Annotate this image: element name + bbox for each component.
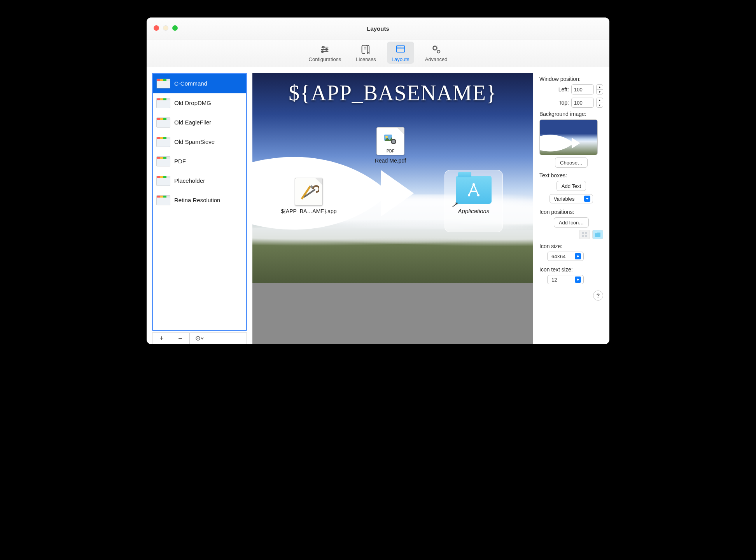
- svg-point-17: [477, 194, 480, 196]
- icon-applications-folder[interactable]: ↗ Applications: [444, 170, 503, 232]
- icon-readme-pdf[interactable]: PDF Read Me.pdf: [365, 127, 416, 164]
- toolbar: Configurations Licenses Layouts Advanced: [147, 40, 609, 67]
- title-text-box[interactable]: ${APP_BASENAME}: [252, 80, 533, 105]
- add-text-button[interactable]: Add Text: [556, 181, 586, 191]
- chevron-up-icon[interactable]: ▴: [596, 98, 603, 103]
- button-label: Add Icon…: [559, 220, 584, 226]
- list-item[interactable]: C-Command: [153, 74, 246, 93]
- icon-label: ${APP_BA…AME}.app: [276, 208, 342, 214]
- list-item[interactable]: Old SpamSieve: [153, 132, 246, 152]
- inspector-panel: Window position: Left: 100 ▴▾ Top: 100 ▴…: [539, 73, 604, 344]
- zoom-button[interactable]: [172, 25, 178, 31]
- list-item-label: C-Command: [174, 80, 207, 87]
- minus-icon: −: [178, 334, 182, 343]
- sliders-icon: [319, 44, 330, 55]
- list-item-label: PDF: [174, 158, 186, 164]
- top-value: 100: [574, 100, 583, 106]
- list-item-label: Old DropDMG: [174, 100, 211, 106]
- tab-label: Licenses: [356, 56, 376, 62]
- sidebar-footer: + −: [152, 332, 247, 344]
- updown-chevron-icon: [575, 276, 581, 283]
- pdf-document-icon: PDF: [376, 127, 404, 155]
- svg-rect-21: [585, 235, 587, 237]
- icon-text-size-label: Icon text size:: [539, 266, 603, 273]
- icon-app[interactable]: ${APP_BA…AME}.app: [276, 178, 342, 214]
- left-input[interactable]: 100: [571, 84, 594, 94]
- list-item-label: Retina Resolution: [174, 197, 220, 203]
- svg-point-5: [399, 47, 399, 47]
- scroll-icon: [360, 44, 371, 55]
- svg-point-10: [197, 338, 198, 339]
- top-label: Top:: [553, 100, 569, 106]
- icon-size-select[interactable]: 64×64: [547, 252, 584, 261]
- add-layout-button[interactable]: +: [152, 333, 171, 344]
- tab-label: Layouts: [392, 56, 410, 62]
- icon-size-label: Icon size:: [539, 243, 603, 249]
- window-position-label: Window position:: [539, 76, 603, 82]
- chevron-down-icon[interactable]: ▾: [596, 103, 603, 108]
- top-input[interactable]: 100: [571, 98, 594, 108]
- layouts-list[interactable]: C-Command Old DropDMG Old EagleFiler Old…: [152, 73, 247, 331]
- plus-icon: +: [159, 334, 164, 343]
- thumbnail-icon: [156, 117, 170, 128]
- tab-layouts[interactable]: Layouts: [387, 42, 414, 64]
- background-thumbnail[interactable]: [539, 119, 598, 155]
- applications-glyph-icon: [466, 182, 481, 198]
- svg-rect-20: [582, 235, 584, 237]
- close-button[interactable]: [154, 25, 159, 31]
- folder-icon: [456, 176, 492, 204]
- action-dropdown-icon: [195, 335, 204, 341]
- list-item[interactable]: Old EagleFiler: [153, 113, 246, 132]
- grid-tile-icon[interactable]: [579, 230, 590, 239]
- titlebar: Layouts: [147, 18, 609, 40]
- list-item-label: Old SpamSieve: [174, 138, 215, 145]
- alias-arrow-icon: ↗: [451, 200, 458, 209]
- thumbnail-icon: [156, 195, 170, 205]
- thumbnail-icon: [156, 79, 170, 89]
- canvas-wrap: ${APP_BASENAME} PDF Read Me.pdf: [252, 73, 533, 344]
- thumbnail-icon: [156, 137, 170, 147]
- select-value: 64×64: [551, 254, 566, 259]
- folder-tile-icon[interactable]: [592, 230, 603, 239]
- chevron-down-icon: [584, 196, 590, 202]
- layout-canvas[interactable]: ${APP_BASENAME} PDF Read Me.pdf: [252, 73, 533, 283]
- tab-configurations[interactable]: Configurations: [305, 42, 345, 64]
- arrow-mini-icon: [540, 131, 583, 154]
- tab-advanced[interactable]: Advanced: [421, 42, 452, 64]
- chevron-down-icon[interactable]: ▾: [596, 89, 603, 95]
- chevron-up-icon[interactable]: ▴: [596, 84, 603, 89]
- svg-rect-19: [585, 232, 587, 234]
- remove-layout-button[interactable]: −: [171, 333, 190, 344]
- app-document-icon: [295, 178, 323, 206]
- tab-licenses[interactable]: Licenses: [352, 42, 380, 64]
- icon-positions-label: Icon positions:: [539, 209, 603, 215]
- pdf-preview-art: [383, 133, 397, 145]
- content: C-Command Old DropDMG Old EagleFiler Old…: [147, 67, 609, 344]
- icon-label: Read Me.pdf: [365, 158, 416, 164]
- pdf-badge: PDF: [377, 149, 404, 153]
- minimize-button[interactable]: [163, 25, 168, 31]
- window-icon: [395, 44, 406, 55]
- help-button[interactable]: ?: [593, 290, 603, 301]
- left-value: 100: [574, 87, 583, 93]
- add-icon-button[interactable]: Add Icon…: [554, 217, 589, 228]
- list-item-label: Old EagleFiler: [174, 119, 211, 126]
- icon-text-size-select[interactable]: 12: [547, 275, 584, 284]
- list-item[interactable]: Placeholder: [153, 171, 246, 191]
- icon-position-tiles: [539, 230, 603, 239]
- list-item[interactable]: Retina Resolution: [153, 191, 246, 210]
- left-stepper[interactable]: ▴▾: [596, 84, 603, 94]
- variables-popup[interactable]: Variables: [550, 194, 593, 203]
- gears-icon: [431, 44, 442, 55]
- list-item[interactable]: Old DropDMG: [153, 93, 246, 113]
- top-stepper[interactable]: ▴▾: [596, 98, 603, 108]
- thumbnail-icon: [156, 156, 170, 166]
- background-image-label: Background image:: [539, 111, 603, 117]
- actions-menu-button[interactable]: [190, 333, 209, 344]
- tools-icon: [298, 181, 319, 202]
- button-label: Choose…: [560, 160, 583, 166]
- list-item[interactable]: PDF: [153, 152, 246, 171]
- svg-point-16: [468, 194, 470, 196]
- svg-point-8: [437, 50, 440, 53]
- choose-background-button[interactable]: Choose…: [555, 158, 588, 168]
